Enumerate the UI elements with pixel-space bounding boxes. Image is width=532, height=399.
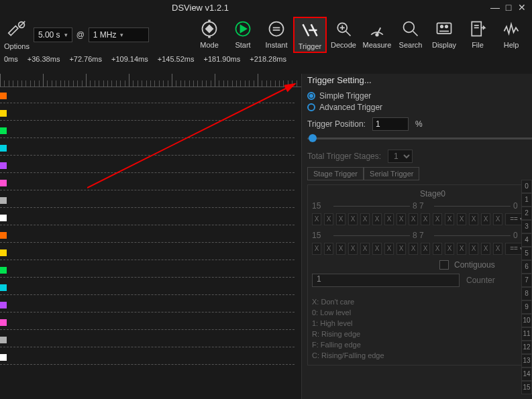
side-channel-number[interactable]: 15 xyxy=(521,381,532,394)
samplerate-select[interactable]: 1 MHz ▾ xyxy=(89,27,149,42)
radio-icon xyxy=(307,103,315,111)
bit-cell: X xyxy=(421,243,430,255)
side-channel-number[interactable]: 11 xyxy=(521,327,532,341)
file-button[interactable]: File xyxy=(461,17,494,53)
channel-flag-icon xyxy=(0,93,7,99)
total-stages-select: 1 xyxy=(388,150,413,163)
measure-button[interactable]: Measure xyxy=(360,17,394,53)
time-tick-label: +109.14ms xyxy=(111,55,148,63)
channel-row[interactable] xyxy=(0,279,301,296)
help-button[interactable]: Help xyxy=(494,17,528,53)
bit-cell: X xyxy=(360,213,370,225)
bit-cell: X xyxy=(396,213,406,225)
channel-row[interactable] xyxy=(0,331,301,349)
start-button[interactable]: Start xyxy=(226,17,260,53)
close-button[interactable]: ✕ xyxy=(516,2,528,13)
side-channel-number[interactable]: 8 xyxy=(521,287,532,300)
channel-row[interactable] xyxy=(0,262,301,279)
bit-cell: X xyxy=(324,213,333,225)
file-icon xyxy=(467,18,488,40)
side-channel-number[interactable]: 3 xyxy=(521,220,532,233)
bit-cell: X xyxy=(360,243,370,255)
bit-cell: X xyxy=(433,243,442,255)
tool-label: Trigger xyxy=(299,42,321,50)
side-channel-number[interactable]: 5 xyxy=(521,247,532,260)
contiguous-checkbox xyxy=(439,260,449,270)
mode-button[interactable]: Mode xyxy=(193,17,226,53)
waveform-area[interactable] xyxy=(0,74,301,399)
side-channel-number[interactable]: 2 xyxy=(521,207,532,220)
bit-cell: X xyxy=(481,243,490,255)
channel-row[interactable] xyxy=(0,244,301,262)
simple-trigger-radio[interactable]: Simple Trigger xyxy=(307,91,532,101)
measure-icon xyxy=(366,18,388,40)
side-channel-number[interactable]: 9 xyxy=(521,300,532,314)
svg-point-8 xyxy=(441,25,443,28)
samplerate-value: 1 MHz xyxy=(93,30,117,40)
stage0-title: Stage0 xyxy=(312,189,532,198)
side-channel-number[interactable]: 4 xyxy=(521,233,532,247)
side-channel-number[interactable]: 1 xyxy=(521,193,532,207)
bit-cell: X xyxy=(457,213,466,225)
trigger-position-label: Trigger Position: xyxy=(307,119,366,129)
bit-cell: X xyxy=(445,213,454,225)
channel-flag-icon xyxy=(0,267,7,274)
bit-cell: X xyxy=(409,213,418,225)
side-channel-number[interactable]: 6 xyxy=(521,260,532,274)
channel-flag-icon xyxy=(0,354,7,361)
maximize-button[interactable]: □ xyxy=(502,2,515,13)
stage0-box: Stage0 15 8 7 0 Inv XXXXXXXXXXXXXXXX== ▾… xyxy=(307,184,532,365)
time-tick-label: +218.28ms xyxy=(250,55,286,63)
tool-label: Start xyxy=(235,41,250,49)
at-label: @ xyxy=(76,30,85,40)
side-channel-number[interactable]: 14 xyxy=(521,367,532,381)
channel-row[interactable] xyxy=(0,209,301,227)
minimize-button[interactable]: — xyxy=(489,2,501,13)
channel-row[interactable] xyxy=(0,296,301,314)
bit-cell: X xyxy=(421,213,430,225)
search-button[interactable]: Search xyxy=(394,17,427,53)
svg-point-6 xyxy=(404,22,415,33)
display-button[interactable]: Display xyxy=(427,17,461,53)
channel-flag-icon xyxy=(0,197,7,204)
channel-row[interactable] xyxy=(0,314,301,331)
help-icon xyxy=(500,18,522,40)
tool-label: Search xyxy=(399,41,423,49)
duration-select[interactable]: 5.00 s ▾ xyxy=(34,27,72,42)
bit-cell: X xyxy=(433,213,442,225)
tool-label: Instant xyxy=(265,41,287,49)
channel-row[interactable] xyxy=(0,349,301,366)
chevron-down-icon: ▾ xyxy=(64,32,68,38)
legend-line: X: Don't care xyxy=(312,296,532,307)
channel-flag-icon xyxy=(0,337,7,343)
side-channel-number[interactable]: 0 xyxy=(521,180,532,193)
tool-label: Help xyxy=(504,41,519,49)
time-tick-label: +36.38ms xyxy=(28,55,60,63)
display-icon xyxy=(433,18,455,40)
side-channel-number[interactable]: 12 xyxy=(521,341,532,354)
svg-point-3 xyxy=(270,22,284,36)
decode-button[interactable]: Decode xyxy=(327,17,360,53)
channel-row[interactable] xyxy=(0,227,301,244)
trigger-panel: Trigger Setting... Simple Trigger Advanc… xyxy=(301,74,532,399)
side-channel-number[interactable]: 10 xyxy=(521,314,532,327)
trigger-position-input[interactable] xyxy=(372,117,409,131)
bit-cell: X xyxy=(348,243,358,255)
trigger-button[interactable]: Trigger xyxy=(293,17,327,53)
wrench-icon xyxy=(7,20,26,41)
legend-line: R: Rising edge xyxy=(312,329,532,339)
tab-stage-trigger: Stage Trigger xyxy=(307,167,364,180)
advanced-trigger-radio[interactable]: Advanced Trigger xyxy=(307,103,532,112)
counter-label: Counter xyxy=(466,276,495,285)
bit-cell: X xyxy=(384,213,394,225)
trigger-position-slider[interactable] xyxy=(307,133,532,143)
options-button[interactable]: Options xyxy=(4,20,30,50)
side-channel-number[interactable]: 7 xyxy=(521,274,532,287)
side-channel-number[interactable]: 13 xyxy=(521,354,532,367)
channel-flag-icon xyxy=(0,145,7,152)
legend-line: F: Falling edge xyxy=(312,339,532,350)
total-stages-label: Total Trigger Stages: xyxy=(307,152,381,161)
bit-cell: X xyxy=(336,243,345,255)
bit-cell: X xyxy=(396,243,406,255)
instant-button[interactable]: Instant xyxy=(260,17,293,53)
